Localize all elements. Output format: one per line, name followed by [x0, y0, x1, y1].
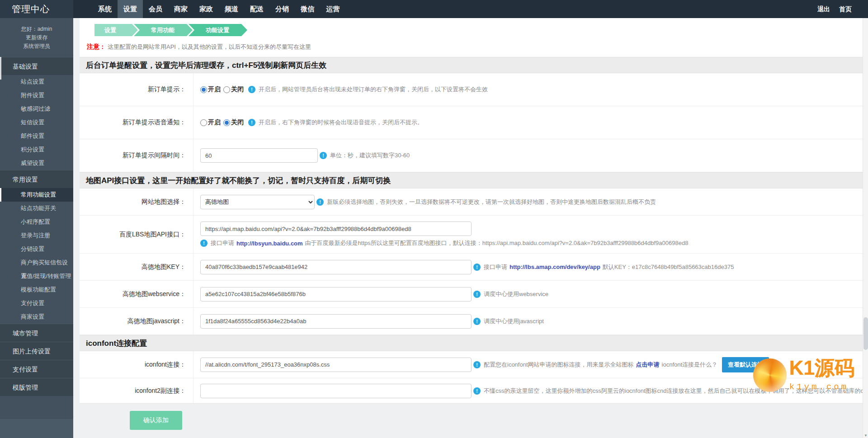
- info-icon: !: [473, 291, 481, 298]
- form-row-map-select: 网站地图选择： 高德地图 ! 新版必须选择地图，否则失效，一旦选择数据将不可逆更…: [80, 188, 863, 216]
- info-icon: !: [473, 361, 481, 368]
- sidebar-item-login-register[interactable]: 登录与注册: [0, 229, 73, 242]
- nav-item-housekeeping[interactable]: 家政: [193, 0, 219, 18]
- breadcrumb-common-functions[interactable]: 常用功能: [134, 24, 193, 36]
- homepage-link[interactable]: 首页: [835, 0, 856, 18]
- nav-item-delivery[interactable]: 配送: [244, 0, 269, 18]
- amap-apply-link[interactable]: http://lbs.amap.com/dev/key/app: [509, 264, 600, 270]
- sidebar-section-common-settings[interactable]: 常用设置: [0, 170, 73, 188]
- top-right-menu: 退出 首页: [813, 0, 856, 18]
- help-text: 配置您在iconfont网站申请的图标连接，用来显示全站图标: [484, 361, 634, 369]
- breadcrumb: 设置 常用功能 功能设置: [80, 18, 863, 40]
- logout-link[interactable]: 退出: [813, 0, 835, 18]
- field-label: 百度LBS地图API接口：: [80, 216, 193, 253]
- refresh-cache-link[interactable]: 更新缓存: [0, 33, 73, 42]
- form-row-amap-javascript: 高德地图javascript： ! 调度中心使用javascript: [80, 308, 863, 335]
- help-text: 开启后，右下角弹窗的时候将会出现语音提示，关闭后不提示。: [259, 118, 423, 127]
- amap-webservice-input[interactable]: [200, 287, 472, 301]
- sidebar-item-prestige-settings[interactable]: 威望设置: [0, 156, 73, 170]
- iconfont2-link-input[interactable]: [200, 384, 472, 398]
- top-menu: 系统 设置 会员 商家 家政 频道 配送 分销 微信 运营: [92, 0, 345, 18]
- radio-option-off[interactable]: 关闭: [223, 118, 244, 127]
- notice-label: 注意：: [87, 43, 106, 50]
- help-text: 开启后，网站管理员后台将出现未处理订单的右下角弹窗，关闭后，以下设置将不会生效: [259, 85, 488, 94]
- scroll-down-icon[interactable]: ▼: [863, 433, 868, 438]
- baidu-lbs-api-input[interactable]: [200, 221, 472, 236]
- sidebar-item-points-settings[interactable]: 积分设置: [0, 143, 73, 156]
- radio-option-on[interactable]: 开启: [200, 85, 221, 94]
- interval-input[interactable]: [200, 148, 318, 163]
- nav-item-system[interactable]: 系统: [92, 0, 118, 18]
- confirm-add-button[interactable]: 确认添加: [130, 411, 182, 430]
- nav-item-distribution[interactable]: 分销: [269, 0, 295, 18]
- help-text: 默认KEY：e17c8c7648b49bf5a85663cab16de375: [603, 263, 734, 271]
- iconfont-link-input[interactable]: [200, 358, 472, 372]
- radio-option-on[interactable]: 开启: [200, 118, 221, 127]
- nav-item-members[interactable]: 会员: [143, 0, 168, 18]
- user-role: 系统管理员: [0, 42, 73, 51]
- sidebar-item-distribution-settings[interactable]: 分销设置: [0, 242, 73, 256]
- radio-input-on[interactable]: [200, 119, 207, 126]
- sidebar-section-template-management[interactable]: 模版管理: [0, 378, 73, 396]
- main-content: 设置 常用功能 功能设置 注意：这里配置的是网站常用API，以及其他的设置，以后…: [73, 18, 863, 438]
- breadcrumb-settings[interactable]: 设置: [94, 24, 138, 36]
- field-control: ! 接口申请 http://lbs.amap.com/dev/key/app 默…: [193, 254, 863, 280]
- nav-item-operations[interactable]: 运营: [320, 0, 345, 18]
- sidebar-item-recharge-withdraw-transfer[interactable]: 充值/提现/转账管理: [0, 269, 73, 283]
- nav-item-wechat[interactable]: 微信: [295, 0, 320, 18]
- sidebar-section-image-upload-settings[interactable]: 图片上传设置: [0, 342, 73, 360]
- sidebar-item-sms-settings[interactable]: 短信设置: [0, 116, 73, 129]
- field-control: ! 调度中心使用javascript: [193, 308, 863, 334]
- field-label: 新订单提示语音通知：: [80, 106, 193, 139]
- amap-javascript-input[interactable]: [200, 314, 472, 329]
- field-label: 高德地图webservice：: [80, 281, 193, 307]
- sidebar-item-template-function-config[interactable]: 模板功能配置: [0, 283, 73, 297]
- content-panel: 设置 常用功能 功能设置 注意：这里配置的是网站常用API，以及其他的设置，以后…: [80, 18, 863, 404]
- map-select[interactable]: 高德地图: [200, 195, 315, 209]
- app-title: 管理中心: [0, 0, 73, 18]
- sidebar-item-site-function-switch[interactable]: 站点功能开关: [0, 202, 73, 215]
- help-text: 调度中心使用javascript: [484, 317, 544, 325]
- amap-key-input[interactable]: [200, 260, 472, 274]
- vertical-scrollbar[interactable]: ▼: [863, 18, 868, 438]
- sidebar-section-basic-settings[interactable]: 基础设置: [0, 57, 73, 75]
- iconfont-apply-link[interactable]: 点击申请: [636, 361, 660, 369]
- sidebar-item-common-functions[interactable]: 常用功能设置: [0, 188, 73, 202]
- nav-item-merchants[interactable]: 商家: [168, 0, 193, 18]
- sidebar-section-payment-settings[interactable]: 支付设置: [0, 360, 73, 378]
- radio-input-on[interactable]: [200, 86, 207, 93]
- sidebar-item-miniprogram-config[interactable]: 小程序配置: [0, 215, 73, 229]
- scrollbar-thumb[interactable]: [863, 317, 868, 350]
- sidebar-item-merchant-sms-package[interactable]: 商户购买短信包设置: [0, 256, 73, 269]
- greeting-text: 您好：admin: [0, 25, 73, 33]
- sidebar-item-sensitive-words[interactable]: 敏感词过滤: [0, 102, 73, 116]
- field-label: iconfont2副连接：: [80, 378, 193, 403]
- nav-item-channels[interactable]: 频道: [219, 0, 244, 18]
- info-icon: !: [320, 152, 327, 159]
- sidebar-item-site-settings[interactable]: 站点设置: [0, 75, 73, 89]
- notice-text: 这里配置的是网站常用API，以及其他的设置，以后不知道分来的尽量写在这里: [108, 43, 311, 50]
- radio-option-off[interactable]: 关闭: [223, 85, 244, 94]
- sidebar-item-payment-settings[interactable]: 支付设置: [0, 297, 73, 310]
- sidebar-section-city-management[interactable]: 城市管理: [0, 324, 73, 342]
- sidebar-item-merchant-settings[interactable]: 商家设置: [0, 310, 73, 324]
- info-icon: !: [248, 86, 255, 93]
- sidebar-item-attachment-settings[interactable]: 附件设置: [0, 89, 73, 102]
- nav-item-settings[interactable]: 设置: [118, 0, 143, 18]
- radio-input-off[interactable]: [223, 86, 230, 93]
- info-icon: !: [248, 119, 255, 126]
- section-header-order-reminder: 后台订单提醒设置，设置完毕后清理缓存，ctrl+F5强制刷新网页后生效: [80, 57, 863, 73]
- info-icon: !: [200, 240, 208, 247]
- section-header-map-api: 地图API接口设置，这里一开始配置好了就不能换了，切记，暂时只支持百度，后期可切…: [80, 172, 863, 188]
- watermark-text: K1源码 k1ym.com: [789, 358, 854, 392]
- field-label: iconfont连接：: [80, 351, 193, 378]
- field-control: 高德地图 ! 新版必须选择地图，否则失效，一旦选择数据将不可逆更改，请第一次就选…: [193, 188, 863, 215]
- radio-label: 开启: [208, 118, 221, 127]
- radio-label: 关闭: [231, 85, 244, 94]
- radio-input-off[interactable]: [223, 119, 230, 126]
- sidebar-item-mail-settings[interactable]: 邮件设置: [0, 129, 73, 143]
- breadcrumb-function-settings[interactable]: 功能设置: [189, 24, 247, 36]
- field-label: 高德地图KEY：: [80, 254, 193, 280]
- baidu-lbs-apply-link[interactable]: http://lbsyun.baidu.com: [236, 240, 303, 247]
- form-row-alert-interval: 新订单提示间隔时间： ! 单位：秒，建议填写数字30-60: [80, 139, 863, 172]
